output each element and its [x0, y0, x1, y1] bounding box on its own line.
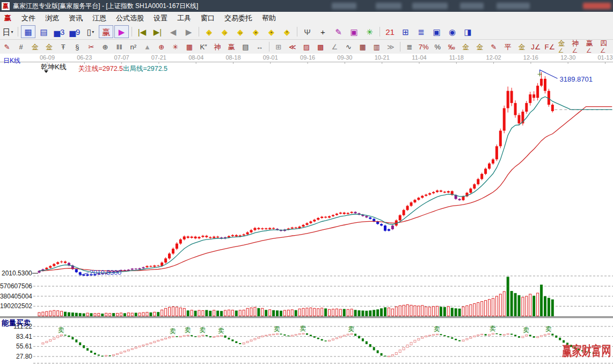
oscillator-candle: [384, 355, 386, 356]
web-box-icon[interactable]: ▩: [314, 40, 327, 53]
date-tick-label: 06-09: [40, 54, 55, 61]
fib-tool-icon[interactable]: Ŧ: [57, 40, 70, 53]
four-angle-icon[interactable]: 四∠: [600, 40, 612, 53]
knot-tool-icon[interactable]: ✳: [362, 25, 377, 38]
kline-chart-canvas[interactable]: 06-0906-2307-0707-2108-0408-1809-0109-16…: [0, 54, 613, 364]
menu-item[interactable]: 江恩: [87, 12, 111, 24]
candle-body: [339, 213, 342, 214]
j-angle-icon[interactable]: J∠: [529, 40, 542, 53]
hand-tool-icon[interactable]: Ψ: [300, 25, 315, 38]
gold-angle-icon[interactable]: 金∠: [557, 40, 570, 53]
volume-bar: [142, 312, 144, 316]
trend-color-icon[interactable]: ▶: [114, 25, 129, 38]
percent-icon[interactable]: %: [431, 40, 444, 53]
blurred-titlebar-item[interactable]: [412, 3, 448, 9]
cut-tool-icon[interactable]: ✂: [85, 40, 98, 53]
angle-lines-icon[interactable]: ∠: [328, 40, 341, 53]
spiral-tool-icon[interactable]: §: [71, 40, 84, 53]
blurred-titlebar-item[interactable]: [376, 3, 402, 9]
blurred-titlebar-item[interactable]: [460, 3, 484, 9]
k-measure-icon[interactable]: K″: [197, 40, 210, 53]
time-lines-icon[interactable]: ‖‖: [113, 40, 126, 53]
pointer-mark-tool-icon[interactable]: ✎: [331, 25, 346, 38]
box-frame-icon[interactable]: ⊞: [272, 40, 285, 53]
square-web-icon[interactable]: ▦: [183, 40, 196, 53]
draw-pencil-icon[interactable]: ✎: [1, 40, 13, 53]
prev-screen-icon[interactable]: ◀: [166, 25, 180, 38]
gold-circle-icon[interactable]: 金: [459, 40, 472, 53]
candle-body: [503, 108, 506, 131]
stamp-tool-icon[interactable]: ▣: [347, 25, 361, 38]
crosshair-tool-icon[interactable]: +: [316, 25, 330, 38]
shen-tool-icon[interactable]: 神: [211, 40, 224, 53]
volume-bar: [254, 307, 256, 316]
gold-split-1-icon[interactable]: 金: [28, 40, 41, 53]
brush-tool-icon[interactable]: ✎: [487, 40, 500, 53]
percent-7-icon[interactable]: 7%: [417, 40, 430, 53]
flat-top-icon[interactable]: 平: [501, 40, 514, 53]
gann-all-icon[interactable]: ◆*: [280, 25, 294, 38]
gold-split-2-icon[interactable]: 金: [42, 40, 55, 53]
sync-web-icon[interactable]: ◉: [445, 25, 459, 38]
wave-tool-icon[interactable]: ∿: [342, 40, 355, 53]
chevron-down-icon[interactable]: [44, 70, 48, 73]
calendar-icon[interactable]: 21: [383, 25, 397, 38]
ying-tool-icon[interactable]: 赢: [225, 40, 238, 53]
price-ruler-icon[interactable]: ▤: [239, 40, 252, 53]
ying-angle-icon[interactable]: 赢∠: [586, 40, 599, 53]
menu-item[interactable]: 文件: [17, 12, 40, 24]
candle-body: [317, 218, 319, 220]
slash-lines-icon[interactable]: ≫: [384, 40, 397, 53]
angle-ruler-icon[interactable]: ▲: [141, 40, 154, 53]
blurred-titlebar-item[interactable]: [332, 3, 356, 9]
kline-period-icon[interactable]: 日▾: [1, 25, 15, 38]
gann-wheel-icon[interactable]: ⊕: [155, 40, 168, 53]
f-angle-icon[interactable]: F∠: [543, 40, 556, 53]
menu-item[interactable]: 帮助: [257, 12, 281, 24]
cycle-circle-icon[interactable]: ⊕: [99, 40, 112, 53]
menu-item[interactable]: 浏览: [40, 12, 64, 24]
menu-item[interactable]: 公式选股: [111, 12, 149, 24]
grid-dark-icon[interactable]: ▦: [356, 40, 369, 53]
span-measure-icon[interactable]: ↔: [253, 40, 266, 53]
menu-item[interactable]: 窗口: [196, 12, 220, 24]
candle-style-icon[interactable]: ▯▾: [83, 25, 98, 38]
save-icon[interactable]: ▣: [429, 25, 444, 38]
shen-angle-icon[interactable]: 神∠: [572, 40, 585, 53]
f10-info-icon[interactable]: ▤: [37, 25, 51, 38]
star-web-icon[interactable]: ✳: [169, 40, 182, 53]
fan-box-icon[interactable]: ▨: [300, 40, 313, 53]
last-screen-icon[interactable]: ▶|: [150, 25, 165, 38]
gann-left-icon[interactable]: ◆←: [202, 25, 216, 38]
menu-item[interactable]: 工具: [172, 12, 196, 24]
volume-9-icon[interactable]: ▅9: [68, 25, 82, 38]
gann-expand-icon[interactable]: ◆↔: [233, 25, 247, 38]
gann-compress-icon[interactable]: ◆×: [249, 25, 263, 38]
multi-window-icon[interactable]: ▦: [21, 25, 35, 38]
menu-item[interactable]: 资讯: [64, 12, 87, 24]
time-grid-icon[interactable]: #: [14, 40, 27, 53]
notes-icon[interactable]: ≣: [414, 25, 428, 38]
calculator-icon[interactable]: ⊞: [398, 25, 413, 38]
stats-box-icon[interactable]: ≣: [403, 40, 416, 53]
gold-2-icon[interactable]: 金: [515, 40, 528, 53]
blurred-titlebar-item[interactable]: [497, 3, 530, 9]
gann-right-icon[interactable]: ◆→: [217, 25, 232, 38]
gann-center-icon[interactable]: ◆+: [264, 25, 279, 38]
grid-dark-2-icon[interactable]: ▥: [370, 40, 383, 53]
percent-3-icon[interactable]: ‰: [445, 40, 458, 53]
qiankun-kline-icon[interactable]: 赢: [99, 25, 113, 38]
volume-3-icon[interactable]: ▅3: [52, 25, 67, 38]
n-square-icon[interactable]: n²: [127, 40, 140, 53]
blurred-titlebar-button[interactable]: [583, 3, 611, 9]
fan-lines-icon[interactable]: ≪: [286, 40, 299, 53]
next-screen-icon[interactable]: ▶: [181, 25, 196, 38]
first-screen-icon[interactable]: |◀: [135, 25, 149, 38]
gold-level-icon[interactable]: 金: [473, 40, 486, 53]
volume-bar: [135, 313, 137, 316]
trade-cart-icon[interactable]: ◨: [461, 25, 475, 38]
candle-body: [406, 206, 409, 210]
menu-item[interactable]: 交易委托: [220, 12, 257, 24]
oscillator-candle: [183, 336, 185, 337]
menu-item[interactable]: 设置: [149, 12, 172, 24]
